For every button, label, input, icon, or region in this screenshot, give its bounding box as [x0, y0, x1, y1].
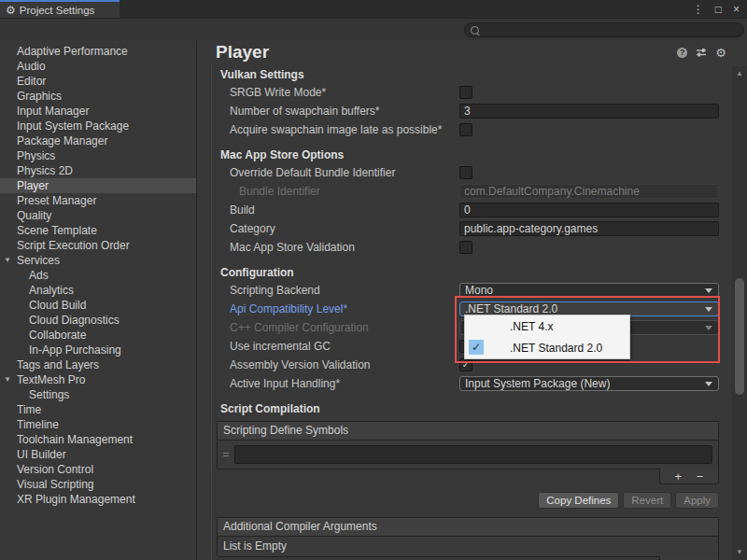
sidebar-item-input-manager[interactable]: Input Manager [0, 104, 196, 119]
setting-row-category: Category [212, 219, 732, 238]
tab-project-settings[interactable]: ⚙ Project Settings [0, 0, 120, 18]
setting-row-override-default-bundle-identifier: Override Default Bundle Identifier [212, 163, 732, 182]
presets-icon[interactable] [696, 47, 707, 58]
page-title: Player [216, 42, 269, 63]
define-symbol-input[interactable] [234, 445, 712, 464]
sidebar-item-xr-plugin-management[interactable]: XR Plugin Management [0, 492, 196, 507]
search-input[interactable] [479, 23, 743, 36]
setting-value [459, 184, 732, 199]
menu-item-net-standard-2-0[interactable]: ✓.NET Standard 2.0 [465, 337, 629, 358]
sidebar-item-script-execution-order[interactable]: Script Execution Order [0, 238, 196, 253]
remove-item-button[interactable]: − [697, 470, 704, 483]
sidebar-item-toolchain-management[interactable]: Toolchain Management [0, 432, 196, 447]
setting-label: Use incremental GC [212, 340, 459, 353]
override-default-bundle-identifier-checkbox[interactable] [459, 166, 472, 179]
titlebar: ⚙ Project Settings ⋮ □ × [0, 0, 747, 19]
scroll-up-icon[interactable]: ▲ [732, 69, 747, 77]
toolbar [0, 19, 747, 41]
sidebar-item-editor[interactable]: Editor [0, 74, 196, 89]
close-icon[interactable]: × [733, 4, 740, 15]
scrollbar-thumb[interactable] [735, 278, 744, 395]
sidebar-item-label: Tags and Layers [17, 358, 99, 371]
chevron-down-icon [705, 288, 712, 293]
sidebar-item-quality[interactable]: Quality [0, 208, 196, 223]
sidebar-item-version-control[interactable]: Version Control [0, 462, 196, 477]
sidebar-item-scene-template[interactable]: Scene Template [0, 223, 196, 238]
sidebar-item-tags-and-layers[interactable]: Tags and Layers [0, 357, 196, 372]
settings-gear-icon: ⚙ [6, 5, 16, 16]
srgb-write-mode-checkbox[interactable] [459, 86, 472, 99]
chevron-down-icon [705, 307, 712, 312]
add-item-button[interactable]: + [675, 470, 683, 483]
sidebar-item-preset-manager[interactable]: Preset Manager [0, 193, 196, 208]
sidebar-item-adaptive-performance[interactable]: Adaptive Performance [0, 44, 196, 59]
sidebar-item-analytics[interactable]: Analytics [0, 283, 196, 298]
category-field[interactable] [459, 221, 719, 236]
sidebar-item-label: Script Execution Order [17, 239, 130, 252]
sidebar-item-ui-builder[interactable]: UI Builder [0, 447, 196, 462]
foldout-arrow-icon[interactable]: ▼ [4, 253, 11, 268]
menu-item-net-4-x[interactable]: .NET 4.x [465, 315, 629, 337]
project-settings-window: ⚙ Project Settings ⋮ □ × Adaptive Perfor… [0, 0, 747, 560]
sidebar-item-services[interactable]: ▼Services [0, 253, 196, 268]
sidebar-item-label: Version Control [17, 463, 93, 476]
number-of-swapchain-buffers-field[interactable] [459, 104, 719, 119]
sidebar-item-label: Graphics [17, 90, 62, 103]
api-compatibility-dropdown-menu: .NET 4.x✓.NET Standard 2.0 [464, 315, 630, 359]
section-header-configuration: Configuration [212, 264, 732, 281]
sidebar-item-cloud-build[interactable]: Cloud Build [0, 298, 196, 313]
sidebar-item-timeline[interactable]: Timeline [0, 417, 196, 432]
sidebar-item-label: Package Manager [17, 134, 107, 147]
sidebar-item-label: Collaborate [29, 329, 86, 342]
panel-gear-icon[interactable]: ⚙ [715, 47, 726, 59]
maximize-icon[interactable]: □ [715, 4, 722, 15]
sidebar-item-ads[interactable]: Ads [0, 268, 196, 283]
sidebar-item-visual-scripting[interactable]: Visual Scripting [0, 477, 196, 492]
setting-row-scripting-backend: Scripting BackendMono [212, 281, 732, 300]
help-icon[interactable]: ? [677, 48, 687, 58]
search-box[interactable] [464, 22, 744, 37]
sidebar-item-audio[interactable]: Audio [0, 59, 196, 74]
revert-button: Revert [623, 492, 671, 509]
sidebar-item-in-app-purchasing[interactable]: In-App Purchasing [0, 343, 196, 357]
setting-value [459, 221, 732, 236]
sidebar-item-cloud-diagnostics[interactable]: Cloud Diagnostics [0, 313, 196, 328]
sidebar-item-label: Physics [17, 149, 55, 162]
define-symbol-row: = [218, 441, 718, 469]
sidebar-item-label: Visual Scripting [17, 478, 94, 491]
sidebar-item-label: In-App Purchasing [29, 343, 121, 357]
mac-app-store-validation-checkbox[interactable] [459, 241, 472, 254]
sidebar-item-player[interactable]: Player [0, 178, 196, 193]
chevron-down-icon [705, 382, 712, 386]
sidebar-item-graphics[interactable]: Graphics [0, 89, 196, 104]
sidebar-item-input-system-package[interactable]: Input System Package [0, 119, 196, 133]
reorder-handle-icon[interactable]: = [218, 448, 234, 461]
sidebar-item-physics-2d[interactable]: Physics 2D [0, 163, 196, 178]
scripting-backend-dropdown[interactable]: Mono [459, 283, 719, 298]
foldout-arrow-icon[interactable]: ▼ [4, 372, 11, 387]
sidebar-item-collaborate[interactable]: Collaborate [0, 328, 196, 343]
setting-value [459, 86, 732, 99]
copy-defines-button[interactable]: Copy Defines [538, 492, 619, 509]
setting-label: Acquire swapchain image late as possible… [212, 123, 459, 136]
vertical-scrollbar[interactable]: ▲ ▼ [732, 66, 747, 560]
setting-label: Api Compatibility Level* [212, 302, 459, 315]
sidebar-item-label: Adaptive Performance [17, 45, 128, 58]
assembly-version-validation-checkbox[interactable]: ✓ [459, 358, 472, 371]
sidebar-item-physics[interactable]: Physics [0, 148, 196, 163]
sidebar-item-label: Toolchain Management [17, 433, 133, 446]
setting-row-bundle-identifier: Bundle Identifier [212, 182, 732, 201]
sidebar-item-label: Preset Manager [17, 194, 96, 207]
sidebar-item-textmesh-pro[interactable]: ▼TextMesh Pro [0, 372, 196, 387]
scroll-down-icon[interactable]: ▼ [732, 548, 747, 556]
dropdown-value: Mono [465, 284, 493, 297]
setting-value [459, 203, 732, 217]
sidebar-item-label: XR Plugin Management [17, 493, 135, 506]
build-field[interactable] [459, 203, 719, 217]
sidebar-item-package-manager[interactable]: Package Manager [0, 133, 196, 148]
sidebar-item-time[interactable]: Time [0, 402, 196, 417]
window-menu-icon[interactable]: ⋮ [693, 4, 704, 15]
acquire-swapchain-image-late-as-possible-checkbox[interactable] [459, 123, 472, 136]
active-input-handling-dropdown[interactable]: Input System Package (New) [459, 376, 719, 391]
sidebar-item-settings[interactable]: Settings [0, 387, 196, 402]
